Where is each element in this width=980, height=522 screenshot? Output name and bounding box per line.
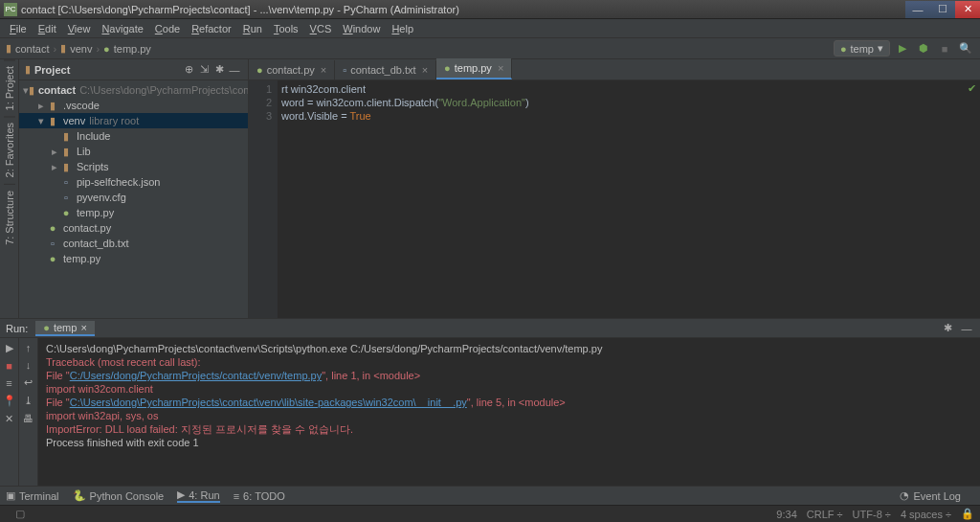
breadcrumb[interactable]: ▮venv › [60,42,100,55]
editor-tab[interactable]: ●contact.py× [249,60,335,79]
tree-node[interactable]: ▮Include [19,128,248,144]
event-log-button[interactable]: ◔ Event Log [900,489,961,502]
run-config-name: temp [851,43,874,55]
collapse-all-icon[interactable]: ⇲ [196,63,212,76]
indent-setting[interactable]: 4 spaces ÷ [901,509,951,520]
run-console[interactable]: C:\Users\dong\PycharmProjects\contact\ve… [38,338,980,486]
inspection-ok-icon: ✔ [968,82,976,95]
wrap-icon[interactable]: ↩ [24,376,33,389]
close-tab-icon[interactable]: × [422,64,428,76]
folder-icon: ▮ [25,63,31,76]
up-icon[interactable]: ↑ [26,342,32,353]
run-settings-icon[interactable]: ✱ [940,322,955,334]
bottom-tool-pythonconsole[interactable]: 🐍Python Console [73,489,165,502]
editor-tab[interactable]: ▫contact_db.txt× [335,60,436,79]
run-toolbar-secondary: ↑ ↓ ↩ ⤓ 🖶 [19,338,38,486]
traceback-link[interactable]: C:\Users\dong\PycharmProjects\contact\ve… [70,397,467,408]
left-tool-stripe: 1: Project2: Favorites7: Structure [0,59,19,318]
dropdown-icon: ▾ [878,42,883,55]
readonly-lock-icon[interactable]: 🔒 [961,508,974,520]
editor-tabs: ●contact.py×▫contact_db.txt×●temp.py× [249,59,980,80]
menu-edit[interactable]: Edit [33,23,62,34]
down-icon[interactable]: ↓ [26,359,32,371]
bottom-tool-todo[interactable]: ≡6: TODO [234,490,285,502]
menu-file[interactable]: File [4,23,33,34]
line-gutter: 123 [249,80,278,318]
settings-icon[interactable]: ✱ [212,63,227,76]
navigation-bar: ▮contact ›▮venv ›●temp.py ● temp ▾ ▶ ⬢ ■… [0,38,980,59]
bottom-tool-run[interactable]: ▶4: Run [177,488,219,503]
run-hide-icon[interactable]: — [959,323,974,334]
menu-run[interactable]: Run [237,23,268,34]
search-everywhere-button[interactable]: 🔍 [957,40,974,57]
tree-node[interactable]: ▫pip-selfcheck.json [19,174,248,190]
traceback-link[interactable]: C:/Users/dong/PycharmProjects/contact/ve… [70,370,323,381]
run-tab[interactable]: ● temp × [35,321,95,336]
tree-node[interactable]: ▫contact_db.txt [19,236,248,251]
tree-node[interactable]: ▸▮Scripts [19,159,248,174]
pin-icon[interactable]: 📍 [3,395,16,407]
app-icon: PC [4,3,17,16]
menu-code[interactable]: Code [149,23,186,34]
event-log-icon: ◔ [900,489,909,502]
menu-window[interactable]: Window [337,23,386,34]
tree-node[interactable]: ●temp.py [19,251,248,266]
project-tree[interactable]: ▾ ▮ contact C:\Users\dong\PycharmProject… [19,80,248,318]
rerun-icon[interactable]: ▶ [6,342,13,354]
bottom-tool-stripe: ▣Terminal🐍Python Console▶4: Run≡6: TODO … [0,486,980,505]
breadcrumb[interactable]: ▮contact › [6,42,56,55]
editor-tab[interactable]: ●temp.py× [436,58,512,79]
tree-node[interactable]: ▫pyvenv.cfg [19,190,248,205]
menu-refactor[interactable]: Refactor [186,23,237,34]
project-tool-window: ▮ Project ⊕ ⇲ ✱ — ▾ ▮ contact C:\Users\d… [19,59,249,318]
line-separator[interactable]: CRLF ÷ [807,509,843,520]
run-label: Run: [6,323,28,334]
tree-root[interactable]: ▾ ▮ contact C:\Users\dong\PycharmProject… [19,82,248,98]
close-tab-icon[interactable]: × [80,322,86,333]
editor-pane: ●contact.py×▫contact_db.txt×●temp.py× 12… [249,59,980,318]
breadcrumb[interactable]: ●temp.py [103,43,151,55]
code-editor[interactable]: 123 rt win32com.client word = win32com.c… [249,80,980,318]
menu-tools[interactable]: Tools [268,23,304,34]
file-encoding[interactable]: UTF-8 ÷ [853,509,891,520]
stop-icon[interactable]: ■ [6,360,12,372]
window-title: contact [C:\Users\dong\PycharmProjects\c… [21,4,905,15]
tree-node[interactable]: ●temp.py [19,205,248,220]
status-tool-icon[interactable]: ▢ [15,508,25,520]
close-tab-icon[interactable]: × [321,64,326,76]
side-tab[interactable]: 2: Favorites [4,116,15,183]
menu-navigate[interactable]: Navigate [96,23,148,34]
print-icon[interactable]: 🖶 [23,413,33,424]
tree-node[interactable]: ●contact.py [19,220,248,236]
stop-button[interactable]: ■ [936,40,953,57]
window-titlebar: PC contact [C:\Users\dong\PycharmProject… [0,0,980,19]
bottom-tool-terminal[interactable]: ▣Terminal [6,489,59,502]
layout-icon[interactable]: ≡ [6,377,11,389]
caret-position[interactable]: 9:34 [776,509,796,520]
side-tab[interactable]: 1: Project [4,59,15,116]
tree-node[interactable]: ▾▮venvlibrary root [19,113,248,128]
run-config-selector[interactable]: ● temp ▾ [834,40,890,57]
maximize-button[interactable]: ☐ [930,1,955,18]
run-button[interactable]: ▶ [894,40,911,57]
tree-node[interactable]: ▸▮.vscode [19,98,248,113]
menu-bar: FileEditViewNavigateCodeRefactorRunTools… [0,19,980,38]
side-tab[interactable]: 7: Structure [4,184,15,251]
run-tool-window: Run: ● temp × ✱ — ▶ ■ ≡ 📍 ✕ ↑ ↓ ↩ ⤓ 🖶 C:… [0,318,980,486]
close-button[interactable]: ✕ [955,1,980,18]
project-pane-title: Project [34,64,181,76]
menu-vcs[interactable]: VCS [304,23,338,34]
menu-view[interactable]: View [62,23,97,34]
scroll-from-source-icon[interactable]: ⊕ [181,63,196,76]
close-tab-icon[interactable]: × [498,62,503,74]
tree-node[interactable]: ▸▮Lib [19,144,248,159]
debug-button[interactable]: ⬢ [915,40,932,57]
close-icon[interactable]: ✕ [5,413,13,425]
hide-icon[interactable]: — [227,64,242,76]
status-bar: ▢ 9:34 CRLF ÷ UTF-8 ÷ 4 spaces ÷ 🔒 [0,505,980,522]
minimize-button[interactable]: — [905,1,930,18]
scroll-icon[interactable]: ⤓ [24,395,33,407]
run-toolbar-primary: ▶ ■ ≡ 📍 ✕ [0,338,19,486]
menu-help[interactable]: Help [386,23,419,34]
python-icon: ● [43,322,50,333]
